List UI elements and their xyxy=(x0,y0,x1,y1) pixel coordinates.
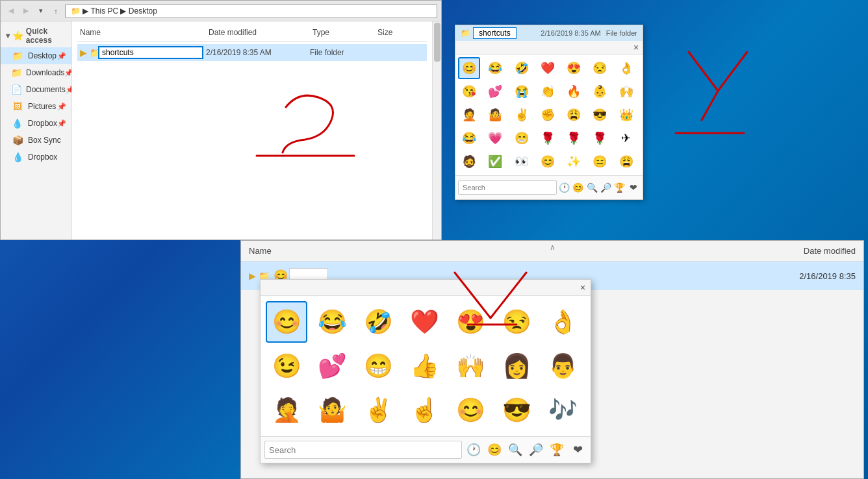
emoji-cell[interactable]: 👶 xyxy=(589,80,611,103)
emoji-picker-large-header: × xyxy=(261,280,591,296)
emoji-cell[interactable]: 🤦 xyxy=(458,104,480,126)
emoji-cell[interactable]: 🌹 xyxy=(589,127,611,149)
scrollbar-thumb[interactable] xyxy=(434,23,440,62)
emoji-toolbar-clock[interactable]: 🕐 xyxy=(558,178,570,197)
emoji-cell[interactable]: 👀 xyxy=(511,151,533,173)
sidebar-item-dropbox[interactable]: 💧 Dropbox 📌 xyxy=(1,115,71,132)
emoji-search-large[interactable] xyxy=(264,441,462,459)
emoji-cell[interactable]: 😭 xyxy=(511,80,533,103)
forward-button[interactable]: ▶ xyxy=(19,5,32,18)
large-toolbar-lens[interactable]: 🔎 xyxy=(527,441,545,459)
emoji-cell[interactable]: 😂 xyxy=(484,57,506,79)
back-button[interactable]: ◀ xyxy=(5,5,18,18)
emoji-cell[interactable]: 😂 xyxy=(458,127,480,149)
emoji-cell-large[interactable]: 😂 xyxy=(312,301,353,343)
emoji-cell[interactable]: ✌ xyxy=(511,104,533,126)
dropdown-button[interactable]: ▾ xyxy=(34,5,47,18)
emoji-cell[interactable]: 🤣 xyxy=(511,57,533,79)
emoji-toolbar-smiley[interactable]: 😊 xyxy=(572,178,584,197)
emoji-cell[interactable]: 👑 xyxy=(615,104,637,126)
emoji-cell-large[interactable]: 👨 xyxy=(542,345,583,387)
quick-access-label: Quick access xyxy=(26,27,66,45)
lower-col-date: Date modified xyxy=(804,246,856,256)
emoji-cell[interactable]: 💗 xyxy=(484,127,506,149)
emoji-picker-large: × 😊 😂 🤣 ❤️ 😍 😒 👌 😉 💕 😁 👍 🙌 👩 👨 🤦 🤷 ✌ ☝ xyxy=(260,279,591,463)
emoji-cell-large[interactable]: 👩 xyxy=(496,345,537,387)
emoji-cell[interactable]: 😑 xyxy=(589,151,611,173)
emoji-cell[interactable]: ✊ xyxy=(537,104,559,126)
dropbox-icon: 💧 xyxy=(11,117,24,130)
emoji-cell-large[interactable]: 😍 xyxy=(450,301,491,343)
emoji-cell[interactable]: 😩 xyxy=(563,104,585,126)
emoji-cell-large[interactable]: 😎 xyxy=(496,389,537,431)
emoji-cell-large[interactable]: 😊 xyxy=(266,301,307,343)
emoji-cell-large[interactable]: 😊 xyxy=(450,389,491,431)
emoji-cell[interactable]: 😁 xyxy=(511,127,533,149)
emoji-cell[interactable]: 🙌 xyxy=(615,80,637,103)
emoji-toolbar-heart[interactable]: ❤ xyxy=(628,178,640,197)
sidebar-item-downloads[interactable]: 📁 Downloads 📌 xyxy=(1,64,71,81)
emoji-cell[interactable]: 😩 xyxy=(615,151,637,173)
emoji-cell-large[interactable]: 😒 xyxy=(496,301,537,343)
emoji-cell[interactable]: 🧔 xyxy=(458,151,480,173)
sidebar-item-boxsync[interactable]: 📦 Box Sync xyxy=(1,132,71,149)
emoji-picker-large-toolbar: 🕐 😊 🔍 🔎 🏆 ❤ xyxy=(261,436,591,463)
sidebar-item-documents[interactable]: 📄 Documents 📌 xyxy=(1,81,71,98)
emoji-cell-large[interactable]: 😉 xyxy=(266,345,307,387)
emoji-cell[interactable]: 🌹 xyxy=(537,127,559,149)
up-button[interactable]: ↑ xyxy=(49,5,62,18)
emoji-cell-large[interactable]: 🙌 xyxy=(450,345,491,387)
emoji-cell[interactable]: ❤️ xyxy=(537,57,559,79)
breadcrumb-folder-icon: 📁 xyxy=(71,6,81,16)
rename-input-shortcuts[interactable] xyxy=(98,46,203,59)
large-toolbar-smiley[interactable]: 😊 xyxy=(485,441,504,459)
emoji-cell-large[interactable]: 🤦 xyxy=(266,389,307,431)
emoji-cell[interactable]: 😊 xyxy=(458,57,480,79)
emoji-cell-large[interactable]: 😁 xyxy=(358,345,400,387)
emoji-cell[interactable]: 💕 xyxy=(484,80,506,103)
scrollbar-track[interactable] xyxy=(432,21,441,240)
emoji-cell-large[interactable]: 🎶 xyxy=(542,389,583,431)
emoji-toolbar-search[interactable]: 🔍 xyxy=(586,178,598,197)
emoji-cell[interactable]: 🔥 xyxy=(563,80,585,103)
emoji-cell-large[interactable]: 👌 xyxy=(542,301,583,343)
sidebar-label-boxsync: Box Sync xyxy=(28,136,61,145)
emoji-cell-large[interactable]: 👍 xyxy=(404,345,446,387)
emoji-cell-large[interactable]: 🤣 xyxy=(358,301,400,343)
emoji-cell-large[interactable]: ✌ xyxy=(358,389,400,431)
sidebar-item-dropbox2[interactable]: 💧 Dropbox xyxy=(1,149,71,166)
large-toolbar-heart[interactable]: ❤ xyxy=(568,441,587,459)
large-toolbar-trophy[interactable]: 🏆 xyxy=(548,441,566,459)
sidebar-item-desktop[interactable]: 📁 Desktop 📌 xyxy=(1,47,71,64)
emoji-cell[interactable]: ✈ xyxy=(615,127,637,149)
large-toolbar-search[interactable]: 🔍 xyxy=(506,441,524,459)
emoji-picker-small-close[interactable]: × xyxy=(630,41,643,54)
emoji-cell[interactable]: 😍 xyxy=(563,57,585,79)
emoji-cell[interactable]: ✨ xyxy=(563,151,585,173)
emoji-cell[interactable]: 😊 xyxy=(537,151,559,173)
sidebar-item-pictures[interactable]: 🖼 Pictures 📌 xyxy=(1,98,71,115)
address-bar[interactable]: 📁 ▶ This PC ▶ Desktop xyxy=(65,4,437,18)
emoji-cell[interactable]: 😘 xyxy=(458,80,480,103)
emoji-cell[interactable]: 😒 xyxy=(589,57,611,79)
emoji-picker-overlay-row: 📁 shortcuts 2/16/2019 8:35 AM File folde… xyxy=(455,25,643,41)
emoji-cell[interactable]: 👌 xyxy=(615,57,637,79)
emoji-cell[interactable]: ✅ xyxy=(484,151,506,173)
emoji-toolbar-lens[interactable]: 🔎 xyxy=(600,178,612,197)
sidebar-label-dropbox2: Dropbox xyxy=(28,153,57,162)
emoji-cell[interactable]: 🤷 xyxy=(484,104,506,126)
emoji-cell-large[interactable]: ❤️ xyxy=(404,301,446,343)
file-date-shortcuts: 2/16/2019 8:35 AM xyxy=(203,47,307,58)
file-row-shortcuts[interactable]: ▶ 📁 2/16/2019 8:35 AM File folder xyxy=(77,44,427,61)
emoji-search-small[interactable] xyxy=(458,180,557,195)
emoji-cell-large[interactable]: 🤷 xyxy=(312,389,353,431)
large-toolbar-clock[interactable]: 🕐 xyxy=(465,441,483,459)
documents-folder-icon: 📄 xyxy=(11,83,22,96)
emoji-cell-large[interactable]: ☝ xyxy=(404,389,446,431)
emoji-cell[interactable]: 👏 xyxy=(537,80,559,103)
emoji-picker-large-close[interactable]: × xyxy=(576,281,589,294)
emoji-cell-large[interactable]: 💕 xyxy=(312,345,353,387)
emoji-cell[interactable]: 🌹 xyxy=(563,127,585,149)
emoji-toolbar-trophy[interactable]: 🏆 xyxy=(613,178,626,197)
emoji-cell[interactable]: 😎 xyxy=(589,104,611,126)
